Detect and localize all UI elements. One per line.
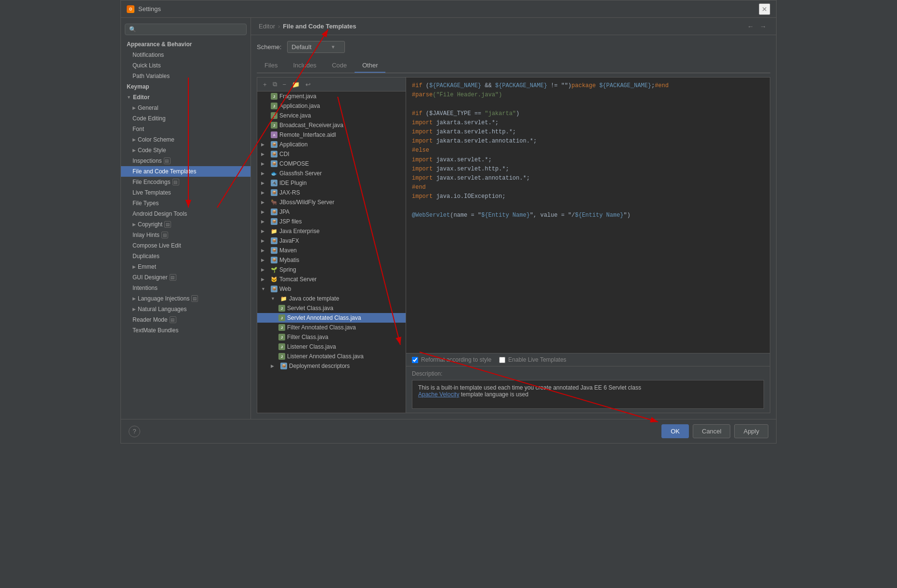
list-item[interactable]: 📦 Web bbox=[257, 284, 406, 294]
tree-copy-button[interactable]: ⧉ bbox=[271, 79, 279, 89]
sidebar-item-pathvariables[interactable]: Path Variables bbox=[121, 71, 251, 81]
help-button[interactable]: ? bbox=[129, 426, 140, 437]
tree-add-button[interactable]: + bbox=[261, 80, 269, 89]
list-item[interactable]: 📦 JavaFX bbox=[257, 236, 406, 246]
description-link-suffix: template language is used bbox=[459, 391, 528, 398]
list-item[interactable]: J Servlet Class.java bbox=[257, 303, 406, 313]
sidebar-item-readermode[interactable]: Reader Mode ▤ bbox=[121, 314, 251, 325]
livetemplates-checkbox-label[interactable]: Enable Live Templates bbox=[499, 356, 567, 363]
reformat-checkbox-label[interactable]: Reformat according to style bbox=[412, 356, 491, 363]
folder-icon: 📁 bbox=[271, 228, 277, 235]
sidebar-item-languageinjections[interactable]: Language Injections ▤ bbox=[121, 293, 251, 304]
tab-files[interactable]: Files bbox=[257, 59, 285, 73]
cancel-button[interactable]: Cancel bbox=[693, 424, 730, 438]
sidebar-item-inlayhints[interactable]: Inlay Hints ▤ bbox=[121, 230, 251, 240]
sidebar-item-general[interactable]: General bbox=[121, 103, 251, 113]
nav-back-button[interactable]: ← bbox=[745, 22, 756, 31]
title-bar-left: ⚙ Settings bbox=[127, 5, 161, 13]
sidebar-item-emmet[interactable]: Emmet bbox=[121, 261, 251, 272]
description-text: This is a built-in template used each ti… bbox=[418, 384, 758, 391]
list-item[interactable]: 📁 Java code template bbox=[257, 294, 406, 303]
list-item[interactable]: 📦 Maven bbox=[257, 246, 406, 255]
list-item[interactable]: J Broadcast_Receiver.java bbox=[257, 120, 406, 130]
sidebar-item-duplicates[interactable]: Duplicates bbox=[121, 251, 251, 261]
copyright-chevron-icon bbox=[132, 222, 136, 227]
list-item[interactable]: J Listener Annotated Class.java bbox=[257, 352, 406, 361]
list-item[interactable]: 🔌 IDE Plugin bbox=[257, 178, 406, 188]
code-editor[interactable]: #if (${PACKAGE_NAME} && ${PACKAGE_NAME} … bbox=[406, 78, 770, 353]
title-bar: ⚙ Settings ✕ bbox=[121, 0, 776, 18]
tree-folder-button[interactable]: 📁 bbox=[290, 80, 302, 89]
readermode-badge: ▤ bbox=[170, 316, 176, 323]
tab-code[interactable]: Code bbox=[324, 59, 355, 73]
sidebar-item-copyright[interactable]: Copyright ▤ bbox=[121, 219, 251, 230]
list-item[interactable]: 🐟 Glassfish Server bbox=[257, 169, 406, 178]
scheme-dropdown[interactable]: Default ▼ bbox=[287, 41, 345, 53]
list-item[interactable]: 📦 Mybatis bbox=[257, 255, 406, 265]
livetemplates-checkbox[interactable] bbox=[499, 357, 505, 363]
sidebar-item-guidesigner[interactable]: GUI Designer ▤ bbox=[121, 272, 251, 283]
sidebar-item-livetemplates[interactable]: Live Templates bbox=[121, 187, 251, 198]
footer-left: ? bbox=[129, 426, 140, 437]
list-item[interactable]: 📦 COMPOSE bbox=[257, 159, 406, 169]
reformat-checkbox[interactable] bbox=[412, 357, 418, 363]
sidebar-item-intentions[interactable]: Intentions bbox=[121, 283, 251, 293]
guidesigner-badge: ▤ bbox=[170, 274, 176, 281]
sidebar-section-appearance: Appearance & Behavior bbox=[121, 39, 251, 50]
description-label: Description: bbox=[412, 370, 764, 377]
list-item[interactable]: J Fragment.java bbox=[257, 91, 406, 101]
description-content: This is a built-in template used each ti… bbox=[412, 380, 764, 409]
tree-remove-button[interactable]: − bbox=[281, 80, 289, 89]
sidebar-item-font[interactable]: Font bbox=[121, 124, 251, 134]
apply-button[interactable]: Apply bbox=[734, 424, 768, 438]
tree-undo-button[interactable]: ↩ bbox=[303, 80, 313, 89]
sidebar-item-androiddesigntools[interactable]: Android Design Tools bbox=[121, 209, 251, 219]
tab-includes[interactable]: Includes bbox=[285, 59, 324, 73]
code-line: @WebServlet(name = "${Entity Name}", val… bbox=[412, 211, 764, 220]
list-item[interactable]: 📦 Deployment descriptors bbox=[257, 361, 406, 371]
list-item[interactable]: J Servlet Annotated Class.java bbox=[257, 313, 406, 323]
list-item[interactable]: J Service.java bbox=[257, 111, 406, 120]
tab-other[interactable]: Other bbox=[355, 59, 386, 73]
list-item[interactable]: J Application.java bbox=[257, 101, 406, 111]
search-input[interactable] bbox=[125, 24, 247, 35]
sidebar-item-quicklists[interactable]: Quick Lists bbox=[121, 60, 251, 71]
sidebar-item-composeliveedit[interactable]: Compose Live Edit bbox=[121, 240, 251, 251]
nav-forward-button[interactable]: → bbox=[758, 22, 768, 31]
sidebar-item-codestyle[interactable]: Code Style bbox=[121, 145, 251, 156]
ok-button[interactable]: OK bbox=[661, 424, 689, 438]
group-icon: 📦 bbox=[271, 189, 277, 196]
sidebar-item-inspections[interactable]: Inspections ▤ bbox=[121, 156, 251, 166]
sidebar-item-codeediting[interactable]: Code Editing bbox=[121, 113, 251, 124]
list-item[interactable]: 📦 Application bbox=[257, 140, 406, 149]
server-icon: 🐂 bbox=[271, 199, 277, 206]
sidebar-item-naturallanguages[interactable]: Natural Languages bbox=[121, 304, 251, 314]
server-icon: 🐟 bbox=[271, 170, 277, 177]
list-item[interactable]: J Filter Annotated Class.java bbox=[257, 323, 406, 332]
sidebar-item-filetypes[interactable]: File Types bbox=[121, 198, 251, 209]
sidebar-item-fileencodings[interactable]: File Encodings ▤ bbox=[121, 177, 251, 187]
apache-velocity-link[interactable]: Apache Velocity bbox=[418, 391, 459, 398]
group-chevron-icon bbox=[261, 219, 269, 224]
sidebar-item-textmatebundles[interactable]: TextMate Bundles bbox=[121, 325, 251, 336]
fileencodings-badge: ▤ bbox=[172, 179, 179, 185]
list-item[interactable]: 📦 JPA bbox=[257, 207, 406, 217]
code-line: #parse("File Header.java") bbox=[412, 91, 764, 100]
sidebar-item-fileandcodetemplates[interactable]: File and Code Templates bbox=[121, 166, 251, 177]
dd-chevron-icon bbox=[271, 364, 278, 368]
sidebar-group-editor[interactable]: Editor bbox=[121, 92, 251, 103]
list-item[interactable]: 🐱 Tomcat Server bbox=[257, 274, 406, 284]
sidebar-item-notifications[interactable]: Notifications bbox=[121, 50, 251, 60]
list-item[interactable]: 📁 Java Enterprise bbox=[257, 226, 406, 236]
list-item[interactable]: J Filter Class.java bbox=[257, 332, 406, 342]
list-item[interactable]: 📦 CDI bbox=[257, 149, 406, 159]
list-item[interactable]: 📦 JAX-RS bbox=[257, 188, 406, 197]
list-item[interactable]: J Listener Class.java bbox=[257, 342, 406, 352]
list-item[interactable]: A Remote_Interface.aidl bbox=[257, 130, 406, 140]
breadcrumb: Editor › File and Code Templates ← → bbox=[251, 18, 776, 35]
list-item[interactable]: 🌱 Spring bbox=[257, 265, 406, 274]
sidebar-item-colorscheme[interactable]: Color Scheme bbox=[121, 134, 251, 145]
close-button[interactable]: ✕ bbox=[759, 3, 770, 15]
list-item[interactable]: 🐂 JBoss/WildFly Server bbox=[257, 197, 406, 207]
list-item[interactable]: 📦 JSP files bbox=[257, 217, 406, 226]
